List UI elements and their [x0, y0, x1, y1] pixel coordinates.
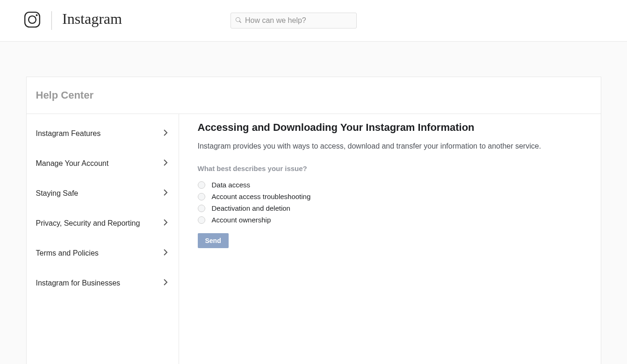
radio-icon [198, 205, 205, 212]
sidebar-item-privacy-security[interactable]: Privacy, Security and Reporting [27, 208, 179, 238]
article-intro: Instagram provides you with ways to acce… [198, 142, 582, 150]
radio-icon [198, 193, 205, 200]
sidebar-item-label: Terms and Policies [36, 249, 99, 257]
send-button[interactable]: Send [198, 233, 229, 248]
sidebar-item-label: Staying Safe [36, 189, 79, 198]
chevron-right-icon [162, 129, 169, 138]
sidebar-item-instagram-features[interactable]: Instagram Features [27, 119, 179, 149]
option-account-ownership[interactable]: Account ownership [198, 214, 582, 226]
sidebar-item-manage-account[interactable]: Manage Your Account [27, 149, 179, 178]
logo-divider [51, 11, 52, 30]
options-group: Data access Account access troubleshooti… [198, 179, 582, 226]
search-icon [236, 16, 241, 25]
help-center-container: Help Center Instagram Features Manage Yo… [26, 77, 601, 364]
chevron-right-icon [162, 159, 169, 168]
question-label: What best describes your issue? [198, 164, 582, 172]
sidebar-item-label: Instagram Features [36, 129, 101, 138]
chevron-right-icon [162, 278, 169, 288]
instagram-glyph-icon [23, 11, 41, 30]
help-center-header: Help Center [27, 77, 601, 114]
option-label: Account ownership [212, 216, 271, 224]
chevron-right-icon [162, 189, 169, 198]
sidebar-item-staying-safe[interactable]: Staying Safe [27, 178, 179, 208]
article-title: Accessing and Downloading Your Instagram… [198, 121, 582, 134]
option-label: Data access [212, 181, 251, 189]
sidebar-item-businesses[interactable]: Instagram for Businesses [27, 268, 179, 298]
sidebar-item-label: Manage Your Account [36, 159, 109, 168]
sidebar-item-label: Privacy, Security and Reporting [36, 219, 140, 228]
chevron-right-icon [162, 219, 169, 228]
instagram-wordmark-icon: Instagram [62, 10, 137, 31]
sidebar-item-terms-policies[interactable]: Terms and Policies [27, 238, 179, 268]
svg-rect-0 [25, 12, 40, 27]
search-input[interactable] [245, 16, 352, 25]
help-center-sidebar: Instagram Features Manage Your Account S… [27, 114, 179, 364]
logo-group[interactable]: Instagram [23, 10, 137, 31]
svg-point-2 [36, 14, 38, 16]
svg-text:Instagram: Instagram [62, 10, 122, 27]
option-data-access[interactable]: Data access [198, 179, 582, 191]
top-bar: Instagram [0, 0, 627, 42]
radio-icon [198, 181, 205, 189]
chevron-right-icon [162, 249, 169, 258]
option-account-access-troubleshooting[interactable]: Account access troubleshooting [198, 191, 582, 202]
option-label: Deactivation and deletion [212, 204, 290, 212]
option-deactivation-deletion[interactable]: Deactivation and deletion [198, 202, 582, 214]
sidebar-item-label: Instagram for Businesses [36, 279, 121, 287]
article-main: Accessing and Downloading Your Instagram… [179, 114, 601, 364]
help-center-title[interactable]: Help Center [36, 89, 591, 101]
search-wrap [231, 13, 357, 29]
svg-point-1 [29, 16, 36, 23]
radio-icon [198, 216, 205, 224]
search-box[interactable] [231, 13, 357, 29]
option-label: Account access troubleshooting [212, 193, 311, 200]
